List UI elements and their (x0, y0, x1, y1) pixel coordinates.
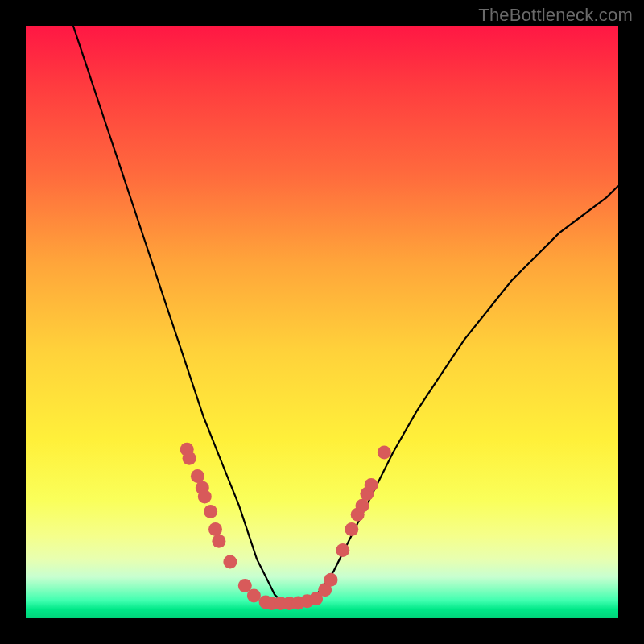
data-marker (365, 478, 378, 492)
data-marker (247, 589, 261, 603)
data-marker (198, 490, 212, 504)
data-marker (345, 522, 358, 536)
data-marker (183, 452, 196, 465)
data-marker (336, 543, 349, 557)
data-marker (378, 445, 391, 459)
data-marker (356, 499, 369, 513)
chart-plot-area (26, 26, 618, 618)
markers-right (318, 445, 391, 597)
data-marker (223, 555, 237, 569)
markers-left (180, 443, 261, 603)
markers-bottom (259, 592, 324, 610)
data-marker (208, 522, 222, 536)
data-marker (191, 469, 204, 483)
data-marker (324, 573, 338, 587)
data-marker (204, 505, 217, 518)
bottleneck-curve (73, 26, 618, 604)
chart-svg (26, 26, 618, 618)
data-marker (212, 535, 225, 548)
watermark-text: TheBottleneck.com (478, 5, 633, 26)
